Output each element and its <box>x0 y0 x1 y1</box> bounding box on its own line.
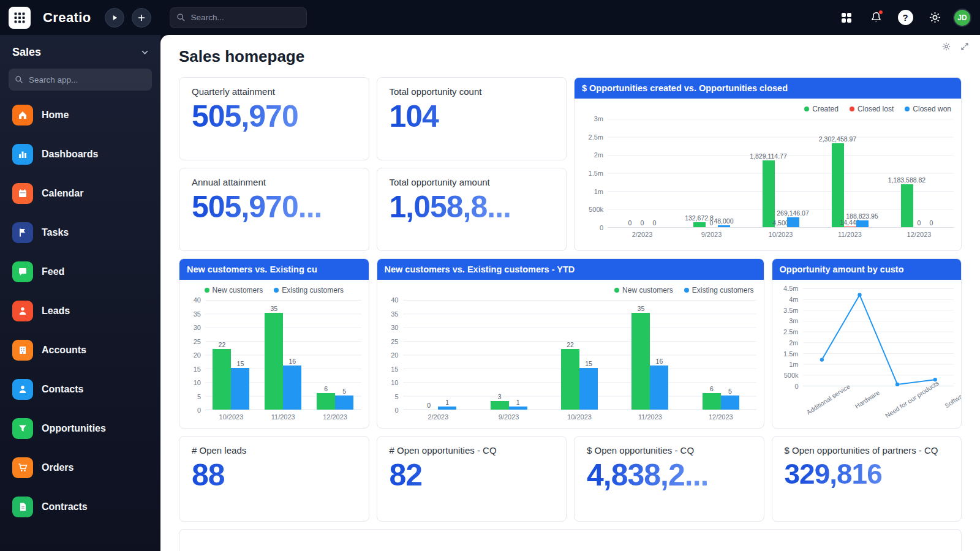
global-search[interactable] <box>170 7 307 28</box>
sidebar-item-calendar[interactable]: Calendar <box>9 174 152 213</box>
metric-label: # Open leads <box>192 444 356 457</box>
plus-icon <box>136 12 147 23</box>
metric-label: Total opportunity count <box>390 86 554 98</box>
bar-value-label: 1 <box>445 399 449 406</box>
run-process-button[interactable] <box>105 8 124 28</box>
bar-value-label: 0 <box>653 220 657 227</box>
metric-value: 329,816 <box>785 458 949 490</box>
sidebar-item-label: Tasks <box>42 227 69 238</box>
sidebar-item-feed[interactable]: Feed <box>9 252 152 291</box>
axis-tick-label: 12/2023 <box>309 413 361 421</box>
bar <box>438 407 456 410</box>
sidebar-item-contracts[interactable]: Contracts <box>9 487 152 527</box>
sidebar-item-orders[interactable]: Orders <box>9 448 152 487</box>
legend-item: Closed lost <box>850 105 894 113</box>
page-title: Sales homepage <box>179 47 962 66</box>
metric-value: 505,970 <box>192 99 356 135</box>
sidebar-item-label: Opportunities <box>42 423 106 434</box>
sidebar-item-label: Orders <box>42 462 74 473</box>
metric-value: 4,838,2... <box>587 458 752 493</box>
bar <box>317 393 335 410</box>
plot-area: 01312215351665 <box>403 300 756 410</box>
chart-body: 4.5m4m3.5m3m2.5m2m1.5m1m500k0Additional … <box>772 280 962 428</box>
bar-value-label: 16 <box>656 358 663 365</box>
search-icon <box>176 13 186 23</box>
metric-card-total-opportunity-amount: Total opportunity amount 1,058,8... <box>377 168 567 251</box>
sidebar-item-tasks[interactable]: Tasks <box>9 213 152 252</box>
sidebar-item-accounts[interactable]: Accounts <box>9 331 152 370</box>
data-point <box>858 293 861 296</box>
sidebar-item-leads[interactable]: Leads <box>9 291 152 331</box>
axis-tick-label: Hardware <box>853 389 881 418</box>
metric-card-open-leads: # Open leads 88 <box>179 436 369 522</box>
legend-item: Closed won <box>905 105 951 113</box>
help-button[interactable]: ? <box>894 7 916 29</box>
chart-title: New customers vs. Existing cu <box>179 259 369 280</box>
dashboard-grid: Quarterly attainment 505,970 Total oppor… <box>179 77 962 551</box>
y-axis: 4.5m4m3.5m3m2.5m2m1.5m1m500k0 <box>780 288 803 386</box>
accounts-building-icon <box>12 340 33 361</box>
y-axis: 4035302520151050 <box>385 300 403 410</box>
bar-value-label: 0 <box>427 402 431 409</box>
workspace-selector[interactable]: Sales <box>9 41 152 69</box>
chart-card-new-vs-existing-customers-ytd: New customers vs. Existing customers - Y… <box>377 258 764 429</box>
bar <box>491 401 509 410</box>
metric-card-open-opportunities-partners-cq: $ Open opportunities of partners - CQ 32… <box>772 436 962 522</box>
sidebar-item-opportunities[interactable]: Opportunities <box>9 409 152 448</box>
axis-tick-label: 10/2023 <box>544 413 614 421</box>
bar-group: 1,829,114.774,500269,146.07 <box>746 153 815 228</box>
app-launcher-button[interactable] <box>9 7 31 29</box>
bar <box>832 143 844 227</box>
sidebar: Sales Home Dashboards Calendar Tasks Fee… <box>0 35 160 551</box>
x-axis: 2/20239/202310/202311/202312/2023 <box>608 228 954 238</box>
axis-tick-label: 9/2023 <box>677 231 746 238</box>
metric-label: $ Open opportunities of partners - CQ <box>785 444 949 457</box>
workspace-name: Sales <box>12 46 41 59</box>
data-point <box>820 358 823 361</box>
metric-card-annual-attainment: Annual attainment 505,970... <box>179 168 369 251</box>
notifications-button[interactable] <box>865 7 887 29</box>
user-avatar[interactable]: JD <box>953 9 971 27</box>
metric-card-quarterly-attainment: Quarterly attainment 505,970 <box>179 77 369 160</box>
main-area: Sales homepage Quarterly attainment 505,… <box>160 35 980 551</box>
axis-tick-label: 10/2023 <box>205 413 257 421</box>
sidebar-item-label: Home <box>42 110 69 121</box>
sidebar-item-dashboards[interactable]: Dashboards <box>9 135 152 174</box>
bar-group: 3516 <box>257 305 309 410</box>
axis-tick-label: Additional service <box>803 389 853 418</box>
metric-value: 104 <box>390 99 554 135</box>
bar-value-label: 22 <box>219 342 226 348</box>
bar <box>631 313 650 410</box>
add-new-button[interactable] <box>132 8 151 28</box>
bar-value-label: 22 <box>567 342 574 348</box>
sidebar-item-contacts[interactable]: Contacts <box>9 370 152 409</box>
bar-value-label: 1,829,114.77 <box>750 153 787 160</box>
metric-label: $ Open opportunities - CQ <box>587 444 752 457</box>
bar <box>856 220 869 227</box>
bar-group: 2,302,458.9714,440188,823.95 <box>815 136 884 228</box>
axis-tick-label: 2/2023 <box>403 413 473 421</box>
sidebar-item-home[interactable]: Home <box>9 96 152 135</box>
bar-value-label: 6 <box>324 386 328 392</box>
settings-button[interactable] <box>924 7 946 29</box>
line-series <box>821 295 935 384</box>
bar <box>763 160 775 227</box>
dashboard-panel: Sales homepage Quarterly attainment 505,… <box>160 35 980 551</box>
bar <box>509 407 527 410</box>
bar-value-label: 269,146.07 <box>777 210 809 217</box>
app-search[interactable] <box>9 69 152 91</box>
bar-value-label: 6 <box>710 386 714 392</box>
global-search-input[interactable] <box>191 13 300 22</box>
metric-label: Quarterly attainment <box>192 86 356 98</box>
plot-area: 2215351665 <box>205 300 361 410</box>
page-settings-gear-icon[interactable] <box>942 42 951 51</box>
workplaces-button[interactable] <box>835 7 858 29</box>
axis-tick-label: 11/2023 <box>615 413 685 421</box>
tiles-icon <box>840 12 853 24</box>
axis-tick-label: 10/2023 <box>746 231 815 238</box>
bar <box>721 395 739 410</box>
bar-value-label: 5 <box>342 388 346 395</box>
app-search-input[interactable] <box>29 75 146 84</box>
expand-icon[interactable] <box>960 42 969 51</box>
bar-value-label: 2,302,458.97 <box>819 136 856 143</box>
